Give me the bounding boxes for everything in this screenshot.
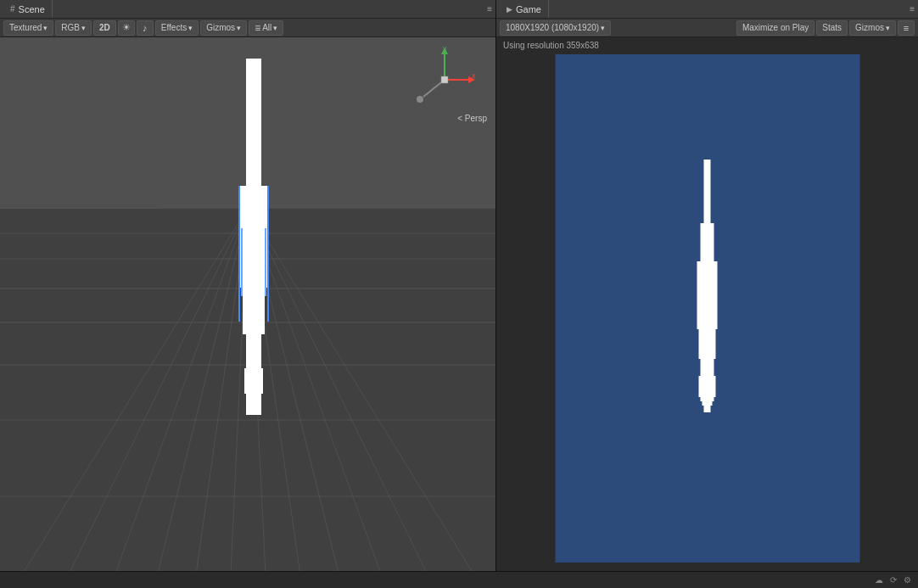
effects-chevron-icon [188, 23, 193, 32]
gizmos-dropdown-scene[interactable]: Gizmos [200, 20, 247, 36]
status-bar-right: ☁ ⟳ ⚙ [875, 575, 911, 585]
audio-icon: ♪ [143, 23, 148, 33]
game-gizmos-chevron-icon [886, 23, 890, 32]
scene-viewport: x y < Persp [0, 37, 495, 571]
rgb-label: RGB [61, 23, 80, 32]
gizmo-widget: x y [411, 46, 479, 114]
game-tab-overflow[interactable]: ≡ [910, 4, 915, 14]
svg-point-36 [417, 96, 423, 103]
game-screen [555, 54, 859, 563]
maximize-label: Maximize on Play [742, 23, 809, 32]
svg-rect-48 [704, 404, 711, 412]
svg-line-9 [0, 208, 248, 571]
scene-tab-overflow[interactable]: ≡ [487, 4, 492, 14]
layers-icon: ≡ [255, 22, 260, 34]
resolution-selector[interactable]: 1080X1920 (1080x1920) [500, 20, 611, 36]
resolution-text: Using resolution 359x638 [503, 41, 599, 50]
all-label: All [262, 23, 271, 32]
game-toolbar: 1080X1920 (1080x1920) Maximize on Play S… [496, 19, 918, 37]
persp-label: < Persp [457, 114, 487, 123]
game-tab[interactable]: ▶ Game [500, 0, 549, 18]
effects-dropdown[interactable]: Effects [155, 20, 199, 36]
hash-icon: # [10, 4, 15, 14]
svg-rect-37 [441, 76, 448, 83]
resolution-label: 1080X1920 (1080x1920) [506, 23, 599, 32]
svg-rect-41 [701, 223, 714, 266]
svg-rect-22 [239, 186, 268, 288]
audio-toggle[interactable]: ♪ [137, 20, 154, 36]
textured-dropdown[interactable]: Textured [3, 20, 53, 36]
game-toolbar-right: Maximize on Play Stats Gizmos ≡ [736, 20, 915, 36]
2d-button[interactable]: 2D [93, 20, 116, 36]
game-tab-icon: ▶ [507, 5, 512, 14]
game-gizmos-label: Gizmos [855, 23, 884, 32]
game-tab-label: Game [516, 4, 541, 14]
resolution-chevron-icon [601, 23, 605, 32]
layers-chevron-icon [273, 23, 277, 32]
game-tab-bar: ▶ Game ≡ [496, 0, 918, 19]
game-panel: ▶ Game ≡ 1080X1920 (1080x1920) Maximize … [496, 0, 918, 571]
svg-line-20 [248, 208, 495, 571]
layers-dropdown[interactable]: ≡ All [249, 20, 283, 36]
status-bar: ☁ ⟳ ⚙ [0, 571, 918, 588]
game-rocket [682, 160, 733, 431]
svg-line-10 [51, 208, 248, 571]
svg-rect-42 [697, 261, 718, 329]
effects-label: Effects [161, 23, 187, 32]
settings-icon[interactable]: ⚙ [904, 575, 911, 585]
svg-rect-26 [246, 389, 261, 415]
cloud-icon[interactable]: ☁ [875, 575, 883, 585]
scene-rocket [229, 59, 280, 449]
svg-rect-23 [243, 283, 265, 334]
stats-label: Stats [822, 23, 842, 32]
rgb-dropdown[interactable]: RGB [55, 20, 92, 36]
gizmos-dropdown-game[interactable]: Gizmos [849, 20, 896, 36]
maximize-on-play-button[interactable]: Maximize on Play [736, 20, 814, 36]
textured-chevron-icon [43, 23, 48, 32]
scene-tab[interactable]: # Scene [3, 0, 53, 18]
light-icon: ☀ [122, 22, 131, 33]
stats-button[interactable]: Stats [816, 20, 848, 36]
svg-line-11 [102, 208, 248, 571]
rgb-chevron-icon [81, 23, 86, 32]
scene-tab-bar: # Scene ≡ [0, 0, 495, 19]
scene-gizmos-chevron-icon [237, 23, 241, 32]
svg-text:y: y [443, 46, 447, 53]
textured-label: Textured [9, 23, 42, 32]
svg-text:x: x [472, 71, 476, 80]
svg-rect-24 [246, 330, 261, 372]
game-viewport: Using resolution 359x638 [496, 37, 918, 571]
refresh-icon[interactable]: ⟳ [890, 575, 897, 585]
svg-rect-30 [265, 228, 266, 296]
scene-panel: # Scene ≡ Textured RGB 2D ☀ ♪ [0, 0, 496, 571]
game-overflow-icon: ≡ [904, 23, 909, 33]
scene-gizmos-label: Gizmos [206, 23, 235, 32]
game-overflow-button[interactable]: ≡ [898, 20, 915, 36]
2d-label: 2D [99, 23, 110, 32]
scene-toolbar: Textured RGB 2D ☀ ♪ Effects Gizmos [0, 19, 495, 37]
svg-rect-29 [241, 228, 243, 296]
light-toggle[interactable]: ☀ [118, 20, 135, 36]
scene-tab-label: Scene [19, 4, 45, 14]
svg-rect-40 [704, 160, 711, 227]
svg-rect-43 [699, 325, 716, 359]
